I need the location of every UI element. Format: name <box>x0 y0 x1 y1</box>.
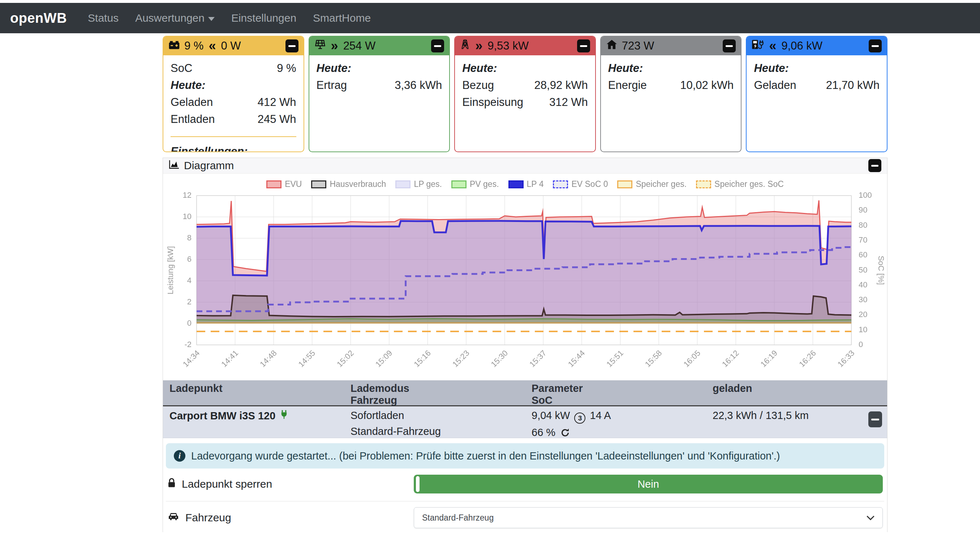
legend-item[interactable]: Speicher ges. <box>617 179 687 189</box>
nav-item-auswertungen[interactable]: Auswertungen <box>135 12 215 24</box>
entladen-value: 245 Wh <box>258 111 296 127</box>
vehicle-row: Fahrzeug Standard-Fahrzeug <box>166 507 884 528</box>
home-icon <box>606 40 617 53</box>
flow-left-icon: « <box>208 40 216 51</box>
lock-icon <box>167 478 176 490</box>
heute-label: Heute: <box>317 60 442 76</box>
divider <box>166 501 884 502</box>
main-panel: Diagramm EVUHausverbrauchLP ges.PV ges.L… <box>162 158 888 532</box>
col-parameter: Parameter <box>531 382 706 395</box>
card-battery: 9 % « 0 W SoC9 % Heute: Geladen412 Wh En… <box>162 36 304 152</box>
card-evu: » 9,53 kW Heute: Bezug28,92 kWh Einspeis… <box>454 36 596 152</box>
col-lademodus: Lademodus <box>350 382 525 395</box>
legend-swatch <box>508 180 523 188</box>
chart-legend: EVUHausverbrauchLP ges.PV ges.LP 4EV SoC… <box>163 179 887 189</box>
chargepoints-power-value: 9,06 kW <box>781 40 822 53</box>
bezug-label: Bezug <box>462 76 494 94</box>
charging-station-icon <box>752 40 764 53</box>
legend-item[interactable]: LP ges. <box>395 179 442 189</box>
info-icon <box>174 450 185 462</box>
einspeisung-label: Einspeisung <box>462 94 523 111</box>
energie-label: Energie <box>608 76 647 94</box>
vehicle-soc: 66 % <box>531 427 555 438</box>
chargepoint-name: Carport BMW i3S 120 <box>169 410 275 422</box>
legend-label: Speicher ges. SoC <box>714 179 784 189</box>
lock-toggle[interactable]: Nein <box>414 475 883 494</box>
charge-power: 9,04 kW <box>531 409 570 421</box>
legend-item[interactable]: EV SoC 0 <box>553 179 608 189</box>
collapse-row-button[interactable] <box>868 411 882 427</box>
collapse-card-button[interactable] <box>285 40 299 53</box>
heute-label: Heute: <box>754 60 880 76</box>
legend-item[interactable]: Speicher ges. SoC <box>696 179 784 189</box>
col-ladepunkt: Ladepunkt <box>169 382 344 395</box>
col-soc: SoC <box>531 395 706 406</box>
car-icon <box>167 511 180 524</box>
charge-current: 14 A <box>590 409 611 421</box>
flow-right-icon: » <box>475 40 482 51</box>
legend-swatch <box>553 180 568 188</box>
bezug-value: 28,92 kWh <box>535 76 588 94</box>
ertrag-label: Ertrag <box>317 76 347 94</box>
brand-logo[interactable]: openWB <box>10 11 67 26</box>
collapse-diagram-button[interactable] <box>868 159 881 172</box>
chart-section: EVUHausverbrauchLP ges.PV ges.LP 4EV SoC… <box>163 174 887 380</box>
legend-swatch <box>311 180 326 188</box>
chargepoint-row[interactable]: Carport BMW i3S 120 Sofortladen Standard… <box>163 406 887 438</box>
pv-power-value: 254 W <box>343 40 376 53</box>
navbar: openWB Status Auswertungen Einstellungen… <box>0 3 980 33</box>
geladen-value: 412 Wh <box>258 94 296 111</box>
refresh-icon[interactable] <box>560 428 570 439</box>
transmission-tower-icon <box>460 39 470 53</box>
legend-item[interactable]: EVU <box>266 179 302 189</box>
card-battery-header: 9 % « 0 W <box>163 37 304 55</box>
legend-label: Speicher ges. <box>636 179 687 189</box>
collapse-card-button[interactable] <box>431 40 444 53</box>
evu-power-value: 9,53 kW <box>487 40 529 53</box>
openwb-dashboard: openWB Status Auswertungen Einstellungen… <box>0 0 980 543</box>
collapse-card-button[interactable] <box>723 40 736 53</box>
collapse-card-button[interactable] <box>869 40 882 53</box>
nav-item-label: Auswertungen <box>135 12 205 24</box>
house-power-value: 723 W <box>622 40 654 53</box>
legend-item[interactable]: Hausverbrauch <box>311 179 386 189</box>
vehicle-select[interactable]: Standard-Fahrzeug <box>414 507 883 528</box>
geladen-value: 21,70 kWh <box>826 76 880 94</box>
legend-label: LP ges. <box>414 179 442 189</box>
flow-left-icon: « <box>769 40 776 51</box>
card-house-body: Heute: Energie10,02 kWh <box>601 55 741 98</box>
legend-item[interactable]: LP 4 <box>508 179 544 189</box>
geladen-label: Geladen <box>754 76 796 94</box>
legend-label: EVU <box>285 179 302 189</box>
card-house: 723 W Heute: Energie10,02 kWh <box>600 36 742 152</box>
legend-swatch <box>266 180 282 188</box>
heute-label: Heute: <box>170 76 296 94</box>
nav-item-smarthome[interactable]: SmartHome <box>313 12 371 24</box>
lock-label: Ladepunkt sperren <box>182 478 272 490</box>
card-chargepoints-body: Heute: Geladen21,70 kWh <box>746 55 887 98</box>
battery-power-value: 0 W <box>221 40 241 53</box>
entladen-label: Entladen <box>170 111 215 127</box>
history-chart <box>163 174 887 380</box>
nav-item-label: SmartHome <box>313 12 371 24</box>
card-chargepoints: « 9,06 kW Heute: Geladen21,70 kWh <box>746 36 888 152</box>
vehicle-name: Standard-Fahrzeug <box>350 425 525 438</box>
alert-text: Ladevorgang wurde gestartet... (bei Prob… <box>191 450 780 462</box>
legend-label: EV SoC 0 <box>571 179 608 189</box>
caret-down-icon <box>208 17 215 21</box>
ertrag-value: 3,36 kWh <box>395 76 442 94</box>
solar-panel-icon <box>314 39 326 53</box>
legend-item[interactable]: PV ges. <box>451 179 499 189</box>
car-battery-icon <box>169 40 180 53</box>
card-house-header: 723 W <box>601 37 741 55</box>
chargepoint-controls: Ladevorgang wurde gestartet... (bei Prob… <box>163 443 887 528</box>
nav-item-status[interactable]: Status <box>88 12 119 24</box>
nav-item-einstellungen[interactable]: Einstellungen <box>231 12 296 24</box>
nav-item-label: Status <box>88 12 119 24</box>
toggle-thumb[interactable] <box>416 476 420 492</box>
geladen-label: Geladen <box>170 94 213 111</box>
nav-item-label: Einstellungen <box>231 12 296 24</box>
collapse-card-button[interactable] <box>577 40 590 53</box>
einspeisung-value: 312 Wh <box>549 94 588 111</box>
card-evu-header: » 9,53 kW <box>455 37 595 55</box>
